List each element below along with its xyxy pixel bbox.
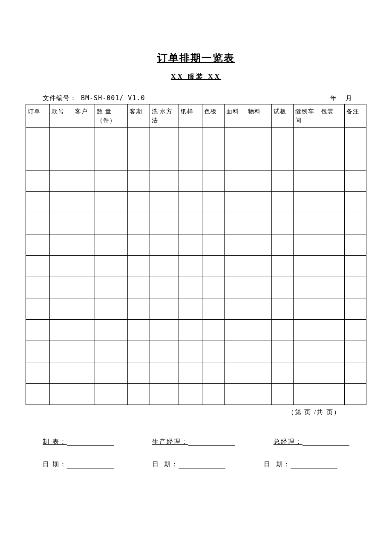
sign-prod-manager: 生产经理： bbox=[152, 438, 235, 446]
signature-row-1: 制 表： 生产经理： 总经理： bbox=[43, 438, 354, 446]
table-cell bbox=[224, 277, 246, 298]
table-cell bbox=[224, 149, 246, 171]
table-cell bbox=[128, 384, 150, 405]
table-cell bbox=[246, 192, 271, 213]
table-cell bbox=[319, 234, 344, 256]
table-cell bbox=[344, 298, 366, 320]
table-cell bbox=[26, 171, 50, 192]
date-preparer-line bbox=[67, 462, 114, 468]
table-cell bbox=[73, 192, 95, 213]
table-cell bbox=[26, 149, 50, 171]
table-cell bbox=[179, 384, 202, 405]
table-cell bbox=[271, 341, 293, 362]
table-cell bbox=[73, 213, 95, 234]
table-cell bbox=[128, 234, 150, 256]
table-cell bbox=[344, 320, 366, 341]
date-prod-manager: 日 期： bbox=[152, 460, 226, 468]
table-cell bbox=[293, 149, 319, 171]
table-cell bbox=[95, 256, 128, 277]
table-cell bbox=[224, 192, 246, 213]
table-cell bbox=[150, 256, 179, 277]
table-cell bbox=[202, 362, 224, 384]
table-cell bbox=[179, 362, 202, 384]
table-cell bbox=[128, 277, 150, 298]
table-cell bbox=[246, 277, 271, 298]
table-cell bbox=[344, 128, 366, 149]
table-cell bbox=[128, 171, 150, 192]
table-cell bbox=[49, 320, 73, 341]
col-sample: 试板 bbox=[271, 104, 293, 128]
table-cell bbox=[271, 213, 293, 234]
meta-row: 文件编号： BM-SH-001/ V1.0 年 月 bbox=[26, 94, 366, 104]
table-cell bbox=[179, 298, 202, 320]
table-cell bbox=[95, 341, 128, 362]
col-packing: 包装 bbox=[319, 104, 344, 128]
col-material: 物料 bbox=[246, 104, 271, 128]
table-cell bbox=[344, 384, 366, 405]
table-cell bbox=[271, 320, 293, 341]
table-cell bbox=[224, 234, 246, 256]
table-cell bbox=[202, 320, 224, 341]
col-remark: 备注 bbox=[344, 104, 366, 128]
table-cell bbox=[73, 341, 95, 362]
table-cell bbox=[49, 384, 73, 405]
table-cell bbox=[246, 128, 271, 149]
table-cell bbox=[202, 298, 224, 320]
table-cell bbox=[246, 234, 271, 256]
table-cell bbox=[246, 256, 271, 277]
col-customer: 客户 bbox=[73, 104, 95, 128]
table-cell bbox=[319, 213, 344, 234]
table-cell bbox=[202, 277, 224, 298]
table-cell bbox=[73, 362, 95, 384]
page-title: 订单排期一览表 bbox=[26, 51, 366, 65]
table-cell bbox=[224, 213, 246, 234]
table-cell bbox=[202, 384, 224, 405]
table-cell bbox=[319, 128, 344, 149]
table-cell bbox=[271, 384, 293, 405]
table-cell bbox=[202, 192, 224, 213]
table-cell bbox=[73, 384, 95, 405]
table-cell bbox=[26, 234, 50, 256]
col-wash: 洗 水方法 bbox=[150, 104, 179, 128]
table-cell bbox=[73, 171, 95, 192]
table-cell bbox=[179, 277, 202, 298]
table-cell bbox=[344, 256, 366, 277]
table-cell bbox=[293, 192, 319, 213]
table-cell bbox=[26, 128, 50, 149]
table-cell bbox=[271, 234, 293, 256]
table-cell bbox=[49, 341, 73, 362]
table-cell bbox=[128, 298, 150, 320]
sign-gm: 总经理： bbox=[274, 438, 349, 446]
table-cell bbox=[128, 128, 150, 149]
table-cell bbox=[95, 213, 128, 234]
sign-preparer: 制 表： bbox=[43, 438, 114, 446]
table-cell bbox=[344, 277, 366, 298]
date-label: 年 月 bbox=[330, 94, 363, 102]
table-cell bbox=[95, 149, 128, 171]
table-cell bbox=[344, 341, 366, 362]
table-row bbox=[26, 320, 366, 341]
table-cell bbox=[128, 256, 150, 277]
table-cell bbox=[179, 128, 202, 149]
table-cell bbox=[224, 320, 246, 341]
table-cell bbox=[246, 320, 271, 341]
table-cell bbox=[128, 320, 150, 341]
table-cell bbox=[224, 171, 246, 192]
table-cell bbox=[49, 234, 73, 256]
table-cell bbox=[224, 362, 246, 384]
table-cell bbox=[293, 277, 319, 298]
table-cell bbox=[150, 320, 179, 341]
table-cell bbox=[293, 171, 319, 192]
table-cell bbox=[49, 171, 73, 192]
table-cell bbox=[293, 362, 319, 384]
table-cell bbox=[128, 149, 150, 171]
col-style: 款号 bbox=[49, 104, 73, 128]
table-cell bbox=[224, 384, 246, 405]
table-row bbox=[26, 362, 366, 384]
date-gm-line bbox=[291, 462, 337, 468]
table-cell bbox=[150, 277, 179, 298]
table-cell bbox=[202, 149, 224, 171]
table-cell bbox=[319, 192, 344, 213]
table-cell bbox=[246, 362, 271, 384]
table-cell bbox=[95, 192, 128, 213]
